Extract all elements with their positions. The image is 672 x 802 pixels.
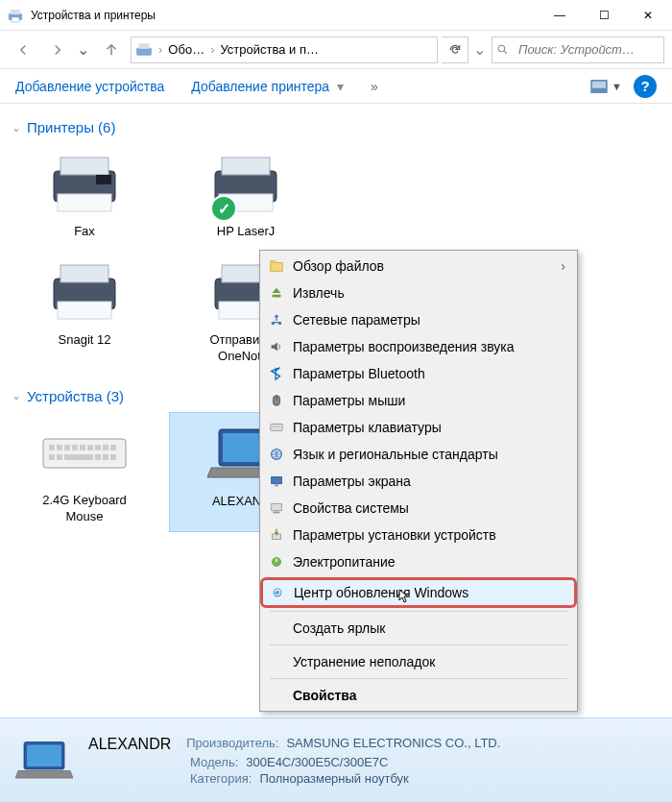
breadcrumb[interactable]: › Обо… › Устройства и п… <box>131 36 438 63</box>
back-button[interactable] <box>8 35 38 65</box>
svg-rect-43 <box>271 262 282 271</box>
svg-rect-28 <box>95 445 101 450</box>
bluetooth-icon <box>268 365 285 382</box>
menu-item[interactable]: Сетевые параметры <box>262 306 575 333</box>
details-value: Полноразмерный ноутбук <box>259 771 408 786</box>
svg-rect-11 <box>96 175 111 184</box>
svg-point-5 <box>498 45 505 52</box>
history-dropdown[interactable]: ⌄ <box>77 40 92 59</box>
menu-item-label: Сетевые параметры <box>293 312 565 328</box>
svg-rect-34 <box>95 454 101 460</box>
svg-rect-16 <box>60 265 108 282</box>
svg-rect-35 <box>103 454 108 460</box>
window-titlebar: Устройства и принтеры — ☐ ✕ <box>0 0 672 31</box>
close-button[interactable]: ✕ <box>626 0 670 31</box>
menu-item[interactable]: Свойства <box>262 682 575 709</box>
context-menu: Обзор файлов›ИзвлечьСетевые параметрыПар… <box>259 250 578 712</box>
help-icon[interactable]: ? <box>634 75 657 98</box>
speaker-icon <box>268 338 285 355</box>
svg-rect-33 <box>64 454 93 460</box>
svg-rect-7 <box>592 81 606 87</box>
svg-rect-32 <box>57 454 62 460</box>
devices-printers-icon <box>8 8 23 23</box>
details-device-name: ALEXANDR <box>88 736 171 753</box>
printer-icon <box>46 261 123 324</box>
menu-item[interactable]: Электропитание <box>262 548 575 575</box>
svg-rect-25 <box>72 445 78 450</box>
breadcrumb-dropdown-button[interactable]: ⌄ <box>472 40 486 59</box>
menu-item[interactable]: Создать ярлык <box>262 615 575 642</box>
menu-separator <box>270 678 567 679</box>
svg-rect-26 <box>80 445 85 450</box>
menu-item-label: Параметры клавиатуры <box>293 420 565 435</box>
svg-rect-23 <box>57 445 62 450</box>
more-commands-button[interactable]: » <box>371 79 378 94</box>
svg-rect-36 <box>110 454 116 460</box>
menu-item-label: Параметры установки устройств <box>293 527 565 543</box>
breadcrumb-separator-icon: › <box>210 42 214 57</box>
details-label: Категория: <box>190 771 252 786</box>
up-button[interactable] <box>96 35 127 65</box>
svg-rect-50 <box>271 424 282 430</box>
view-options-button[interactable]: ▼ <box>590 80 622 93</box>
svg-rect-10 <box>58 194 111 211</box>
svg-rect-27 <box>87 445 93 450</box>
svg-rect-4 <box>138 43 149 49</box>
control-panel-icon <box>135 41 153 59</box>
svg-rect-1 <box>11 10 20 14</box>
maximize-button[interactable]: ☐ <box>582 0 626 31</box>
menu-item-label: Извлечь <box>293 285 565 301</box>
breadcrumb-item[interactable]: Устройства и п… <box>220 42 319 57</box>
menu-separator <box>270 611 567 612</box>
svg-rect-22 <box>49 445 55 450</box>
breadcrumb-item[interactable]: Обо… <box>168 42 204 57</box>
menu-item-label: Обзор файлов <box>293 258 553 274</box>
add-printer-button[interactable]: Добавление принтера▾ <box>191 79 344 94</box>
printers-grid: Fax ✓ HP LaserJ <box>0 143 672 259</box>
default-checkmark-icon: ✓ <box>210 195 237 222</box>
system-icon <box>268 499 285 517</box>
fax-icon <box>46 154 123 216</box>
menu-item-label: Электропитание <box>293 554 565 570</box>
group-header-printers[interactable]: ⌄ Принтеры (6) <box>0 115 672 143</box>
menu-item[interactable]: Центр обновления Windows <box>260 577 577 608</box>
menu-item[interactable]: Язык и региональные стандарты <box>262 441 575 468</box>
svg-rect-57 <box>272 504 282 511</box>
menu-item[interactable]: Параметры Bluetooth <box>262 360 575 387</box>
device-item-snagit[interactable]: Snagit 12 <box>8 252 161 373</box>
details-label: Модель: <box>190 755 238 769</box>
details-label: Производитель: <box>186 736 278 753</box>
display-icon <box>268 473 285 490</box>
device-item-keyboard[interactable]: 2.4G Keyboard Mouse <box>8 412 161 533</box>
svg-rect-30 <box>110 445 116 450</box>
minimize-button[interactable]: — <box>538 0 582 31</box>
forward-button[interactable] <box>42 35 73 65</box>
menu-item[interactable]: Обзор файлов› <box>262 253 575 279</box>
menu-item[interactable]: Параметры экрана <box>262 468 575 495</box>
svg-rect-58 <box>273 512 279 514</box>
laptop-icon <box>15 737 73 785</box>
svg-rect-9 <box>60 158 108 175</box>
search-box[interactable] <box>492 36 664 63</box>
menu-item[interactable]: Параметры воспроизведения звука <box>262 333 575 360</box>
menu-item[interactable]: Параметры мыши <box>262 387 575 414</box>
folder-icon <box>268 257 285 275</box>
svg-point-52 <box>275 425 276 426</box>
menu-item[interactable]: Извлечь <box>262 279 575 306</box>
device-item-hp-laserjet[interactable]: ✓ HP LaserJ <box>169 143 323 248</box>
device-item-fax[interactable]: Fax <box>8 143 161 248</box>
chevron-down-icon: ⌄ <box>12 121 21 134</box>
refresh-button[interactable] <box>442 36 468 63</box>
power-icon <box>268 553 285 571</box>
menu-item[interactable]: Устранение неполадок <box>262 648 575 675</box>
menu-item[interactable]: Параметры установки устройств <box>262 522 575 548</box>
mouse-icon <box>268 392 285 409</box>
blank-icon <box>268 620 285 637</box>
add-device-button[interactable]: Добавление устройства <box>15 79 164 94</box>
menu-item[interactable]: Свойства системы <box>262 495 575 522</box>
navigation-bar: ⌄ › Обо… › Устройства и п… ⌄ <box>0 31 672 69</box>
svg-rect-2 <box>12 17 19 22</box>
search-input[interactable] <box>513 42 663 57</box>
svg-rect-29 <box>103 445 108 450</box>
menu-item[interactable]: Параметры клавиатуры <box>262 414 575 441</box>
